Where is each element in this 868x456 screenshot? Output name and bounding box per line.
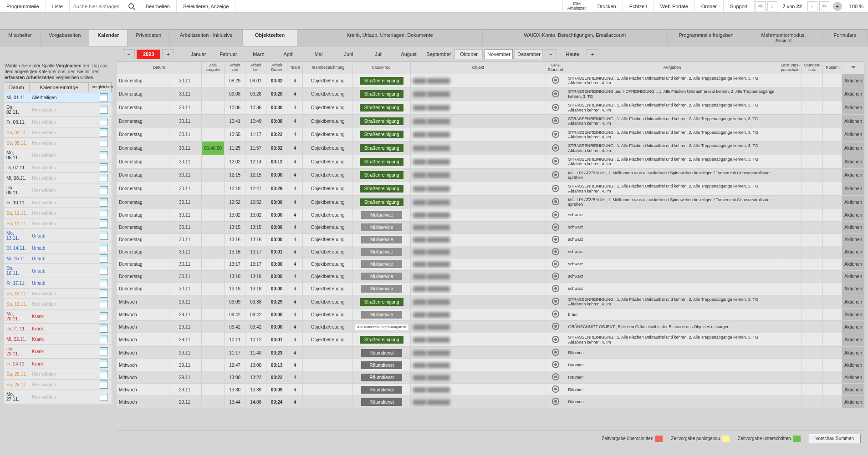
echtzeit-button[interactable]: Echtzeit <box>623 0 654 12</box>
calendar-row[interactable]: Do, 02.11. Hier wählen <box>4 103 112 117</box>
liste-button[interactable]: Liste <box>46 0 70 12</box>
calendar-row[interactable]: So, 05.11. Hier wählen <box>4 138 112 148</box>
th-team[interactable]: Team <box>287 62 303 74</box>
support-button[interactable]: Support <box>724 0 755 12</box>
compare-button[interactable] <box>96 162 112 172</box>
month-juli[interactable]: Juli <box>364 49 393 59</box>
prev-page-button[interactable]: ‹ <box>767 1 777 11</box>
vorschau-summen-button[interactable]: Vorschau Summen <box>809 434 861 443</box>
compare-button[interactable] <box>96 346 112 356</box>
cell-aktionen[interactable]: Aktionen <box>842 182 865 196</box>
cell-gps[interactable] <box>546 347 566 359</box>
calendar-row[interactable]: Sa, 04.11. Hier wählen <box>4 127 112 138</box>
tab-formulare[interactable]: Formulare <box>822 30 868 46</box>
cell-gps[interactable] <box>546 233 566 246</box>
calendar-row[interactable]: Mi, 15.11. Urlaub <box>4 253 112 264</box>
calendar-row[interactable]: Di, 07.11. Hier wählen <box>4 162 112 173</box>
cell-aktionen[interactable]: Aktionen <box>842 221 865 233</box>
tab-progfrei[interactable]: Programmteile freigeben <box>668 30 745 46</box>
compare-button[interactable] <box>96 369 112 379</box>
month-april[interactable]: April <box>274 49 302 59</box>
month-oktober[interactable]: Oktober <box>454 49 483 59</box>
cell-gps[interactable] <box>546 128 566 142</box>
compare-button[interactable] <box>96 278 112 288</box>
th-teambez[interactable]: Teambezeichnung <box>303 62 353 74</box>
bearbeiten-button[interactable]: Bearbeiten <box>139 0 177 12</box>
cell-gps[interactable] <box>546 74 566 87</box>
cell-aktionen[interactable]: Aktionen <box>842 333 865 347</box>
zoom-add-button[interactable]: + <box>833 2 842 11</box>
calendar-row[interactable]: Sa, 11.11. Hier wählen <box>4 208 112 218</box>
cell-gps[interactable] <box>546 182 566 196</box>
selektieren-button[interactable]: Selektieren, Anzeige <box>177 0 235 12</box>
first-page-button[interactable]: ≪ <box>756 1 766 11</box>
month-november[interactable]: November <box>485 49 513 59</box>
cell-gps[interactable] <box>546 258 566 270</box>
cell-aktionen[interactable]: Aktionen <box>842 347 865 359</box>
cell-gps[interactable] <box>546 168 566 182</box>
compare-button[interactable] <box>96 359 112 369</box>
cell-gps[interactable] <box>546 142 566 155</box>
cell-gps[interactable] <box>546 359 566 371</box>
th-sort[interactable] <box>842 62 865 74</box>
tab-mitarbeiter[interactable]: Mitarbeiter <box>0 30 41 46</box>
month-juni[interactable]: Juni <box>334 49 363 59</box>
compare-button[interactable] <box>96 117 112 127</box>
cell-gps[interactable] <box>546 295 566 309</box>
calendar-row[interactable]: Do, 09.11. Hier wählen <box>4 183 112 198</box>
webportale-button[interactable]: Web-Portale <box>654 0 695 12</box>
th-leistungspauschale[interactable]: Leistungs- pauschale <box>779 62 802 74</box>
compare-button[interactable] <box>96 324 112 334</box>
compare-button[interactable] <box>96 231 112 241</box>
compare-button[interactable] <box>96 185 112 195</box>
tab-kalender[interactable]: Kalender <box>89 30 128 46</box>
compare-button[interactable] <box>96 266 112 276</box>
calendar-row[interactable]: Mi, 08.11. Hier wählen <box>4 173 112 183</box>
calendar-row[interactable]: Fr, 24.11. Krank <box>4 359 112 369</box>
tab-arbeitszeiten[interactable]: Arbeitszeiten · Inklusive <box>170 30 243 46</box>
search-input[interactable] <box>73 4 128 9</box>
cell-gps[interactable] <box>546 221 566 233</box>
month-range-next[interactable]: + <box>587 49 598 59</box>
cell-gps[interactable] <box>546 309 566 321</box>
last-page-button[interactable]: ≫ <box>819 1 829 11</box>
tab-mehrmonitor[interactable]: Mehrmonitormodus, Ansicht <box>745 30 822 46</box>
compare-button[interactable] <box>96 173 112 183</box>
calendar-row[interactable]: Mo, 06.11. Hier wählen <box>4 148 112 162</box>
month-august[interactable]: August <box>394 49 423 59</box>
cell-gps[interactable] <box>546 283 566 295</box>
cell-gps[interactable] <box>546 114 566 128</box>
th-aufgaben[interactable]: Aufgaben <box>566 62 779 74</box>
cell-aktionen[interactable]: Aktionen <box>842 396 865 408</box>
th-kosten[interactable]: Kosten <box>823 62 842 74</box>
th-arbeit-bis[interactable]: Arbeit bis <box>245 62 266 74</box>
compare-button[interactable] <box>96 380 112 390</box>
th-gps[interactable]: GPS- Standort <box>546 62 566 74</box>
cell-gps[interactable] <box>546 101 566 115</box>
calendar-row[interactable]: So, 19.11. Hier wählen <box>4 299 112 309</box>
calendar-row[interactable]: So, 26.11. Hier wählen <box>4 380 112 390</box>
tab-privatdaten[interactable]: Privatdaten <box>128 30 170 46</box>
th-stundensatz[interactable]: Stunden- satz <box>802 62 823 74</box>
cell-gps[interactable] <box>546 384 566 396</box>
cell-aktionen[interactable]: Aktionen <box>842 321 865 333</box>
cell-aktionen[interactable]: Aktionen <box>842 128 865 142</box>
calendar-row[interactable]: Di, 21.11. Krank <box>4 324 112 334</box>
month-januar[interactable]: Januar <box>184 49 212 59</box>
tab-vorgabezeiten[interactable]: Vorgabezeiten <box>41 30 89 46</box>
month-dezember[interactable]: Dezember <box>515 49 543 59</box>
calendar-row[interactable]: Mi, 22.11. Krank <box>4 334 112 345</box>
year-next-button[interactable]: + <box>162 49 174 59</box>
cell-gps[interactable] <box>546 155 566 168</box>
cell-gps[interactable] <box>546 209 566 221</box>
cell-gps[interactable] <box>546 246 566 258</box>
cell-aktionen[interactable]: Aktionen <box>842 101 865 115</box>
th-arbeit-dauer[interactable]: Arbeit Dauer <box>266 62 287 74</box>
next-page-button[interactable]: › <box>807 1 817 11</box>
month-februar[interactable]: Februar <box>214 49 242 59</box>
calendar-row[interactable]: Mi, 01.11. Allerheiligen <box>4 92 112 103</box>
compare-button[interactable] <box>96 392 112 402</box>
cell-aktionen[interactable]: Aktionen <box>842 295 865 309</box>
programmteile-button[interactable]: Programmteile <box>0 0 46 12</box>
cell-aktionen[interactable]: Aktionen <box>842 309 865 321</box>
